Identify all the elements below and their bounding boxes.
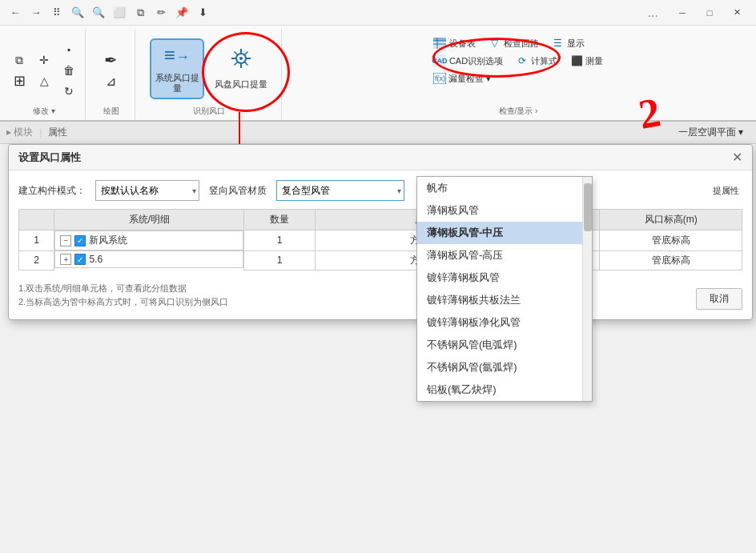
svg-line-8 bbox=[244, 52, 247, 55]
dropdown-item-镀锌薄钢板净化风管[interactable]: 镀锌薄钢板净化风管 bbox=[417, 311, 592, 334]
pin-button[interactable]: 📌 bbox=[173, 4, 191, 22]
floor-plan-tab[interactable]: 一层空调平面 ▾ bbox=[672, 124, 750, 141]
dialog-form-row: 建立构件模式： 按默认认名称 ▾ 竖向风管材质 复合型风管 ▾ 提属性 bbox=[18, 180, 742, 201]
dropdown-item-镀锌薄钢板共板法兰[interactable]: 镀锌薄钢板共板法兰 bbox=[417, 289, 592, 311]
svg-line-7 bbox=[244, 62, 247, 66]
prop-label: 提属性 bbox=[713, 185, 739, 197]
ident-vent-buttons: ≡→ 系统风口提量 bbox=[150, 32, 268, 106]
dropdown-item-帆布[interactable]: 帆布 bbox=[417, 177, 592, 199]
move-icon-btn[interactable]: ✛ bbox=[33, 50, 55, 70]
cad-opt-button[interactable]: CAD CAD识别选项 bbox=[430, 53, 506, 69]
check-loop-label: 计算式 bbox=[531, 55, 557, 67]
row2-expand[interactable]: + bbox=[60, 254, 71, 265]
fan-vent-button[interactable]: 风盘风口提量 bbox=[214, 38, 268, 99]
dropdown-item-铝板氧乙炔焊[interactable]: 铝板(氧乙炔焊) bbox=[417, 379, 592, 401]
modify-icons-col2: ✛ △ bbox=[33, 47, 55, 90]
table-row: 2 + ✓ 5.6 1 方形散流器 管底标高 bbox=[19, 250, 742, 270]
display-icon: ☰ bbox=[552, 37, 565, 50]
prop-button[interactable]: 提属性 bbox=[710, 183, 742, 198]
triangle-icon-btn[interactable]: △ bbox=[33, 71, 55, 90]
row1-sys[interactable]: − ✓ 新风系统 bbox=[54, 230, 243, 250]
dot-icon-btn[interactable]: · bbox=[58, 40, 80, 59]
modify-label: 修改 ▾ bbox=[33, 106, 55, 120]
row1-qty: 1 bbox=[244, 230, 316, 251]
row2-qty: 1 bbox=[244, 250, 316, 270]
equip-table-icon bbox=[433, 37, 446, 50]
col-height: 风口标高(m) bbox=[600, 210, 742, 230]
draw-icon2-btn[interactable]: ⊿ bbox=[100, 71, 123, 90]
check-loop-button[interactable]: ⟳ 计算式 bbox=[513, 53, 561, 69]
table-row: 1 − ✓ 新风系统 1 方形散流器 管底标高 bbox=[19, 230, 742, 251]
row1-expand[interactable]: − bbox=[60, 235, 71, 246]
sys-vent-label: 系统风口提量 bbox=[151, 73, 203, 94]
triangle-icon: △ bbox=[36, 73, 52, 89]
check-row1: 设备表 ▽ 检查回路 ☰ 显示 bbox=[430, 35, 606, 51]
refresh-icon-btn[interactable]: ↻ bbox=[58, 82, 80, 101]
svg-rect-11 bbox=[433, 38, 446, 41]
dropdown-item-薄钢板风管-高压[interactable]: 薄钢板风管-高压 bbox=[417, 244, 592, 266]
duct-select-container[interactable]: 复合型风管 ▾ bbox=[276, 180, 404, 201]
check-label: 检查/显示 › bbox=[499, 106, 538, 120]
cancel-button[interactable]: 取消 bbox=[696, 288, 742, 310]
dialog-body: 建立构件模式： 按默认认名称 ▾ 竖向风管材质 复合型风管 ▾ 提属性 bbox=[9, 170, 752, 319]
dropdown-item-不锈钢风管氩弧焊[interactable]: 不锈钢风管(氩弧焊) bbox=[417, 356, 592, 379]
copy-icon-btn[interactable]: ⧉ bbox=[8, 50, 30, 70]
row1-checkbox[interactable]: ✓ bbox=[74, 235, 86, 246]
drawing-icons: ✒ ⊿ bbox=[100, 47, 123, 90]
duct-label: 竖向风管材质 bbox=[209, 184, 267, 198]
mode-select-container: 按默认认名称 ▾ bbox=[95, 180, 199, 201]
check-row3: f(x) 漏量检查 ▾ bbox=[430, 70, 606, 86]
ribbon: 2 ⧉ ⊞ ✛ △ · bbox=[0, 26, 756, 122]
apps-button[interactable]: ⠿ bbox=[48, 4, 66, 22]
dropdown-item-不锈钢风管电弧焊[interactable]: 不锈钢风管(电弧焊) bbox=[417, 334, 592, 356]
download-button[interactable]: ⬇ bbox=[194, 4, 211, 22]
dialog-title: 设置风口属性 bbox=[18, 150, 81, 165]
ribbon-group-check: 设备表 ▽ 检查回路 ☰ 显示 CAD CAD识别选项 ⟳ 计算式 bbox=[284, 29, 753, 120]
pencil-button[interactable]: ✏ bbox=[152, 4, 170, 22]
leak-check-button[interactable]: ▽ 检查回路 bbox=[485, 35, 542, 51]
row2-checkbox[interactable]: ✓ bbox=[74, 254, 86, 265]
window-button[interactable]: ⬜ bbox=[111, 4, 128, 22]
back-button[interactable]: ← bbox=[6, 4, 24, 22]
delete-icon: 🗑 bbox=[61, 62, 77, 78]
drawing-label: 绘图 bbox=[103, 106, 119, 120]
nav-buttons: ← → ⠿ 🔍 🔍 ⬜ ⧉ ✏ 📌 ⬇ bbox=[6, 4, 211, 22]
draw-icon-btn[interactable]: ✒ bbox=[100, 50, 123, 70]
svg-point-1 bbox=[239, 57, 243, 60]
modify-icons-col3: · 🗑 ↻ bbox=[58, 37, 80, 101]
maximize-button[interactable]: □ bbox=[697, 4, 722, 22]
row2-sys[interactable]: + ✓ 5.6 bbox=[54, 250, 243, 268]
sys-vent-icon: ≡→ bbox=[164, 44, 190, 66]
duct-dropdown-popup: 帆布 薄钢板风管 薄钢板风管-中压 薄钢板风管-高压 镀锌薄钢板风管 镀锌薄钢板… bbox=[416, 176, 593, 402]
svg-text:f(x): f(x) bbox=[435, 74, 445, 82]
measure-icon: ⬛ bbox=[570, 54, 583, 67]
search-button[interactable]: 🔍 bbox=[69, 4, 86, 22]
close-button[interactable]: ✕ bbox=[724, 4, 750, 22]
calc-button[interactable]: f(x) 漏量检查 ▾ bbox=[430, 70, 494, 86]
zoom-out-button[interactable]: 🔍 bbox=[90, 4, 107, 22]
forward-button[interactable]: → bbox=[27, 4, 45, 22]
dropdown-item-镀锌薄钢板风管[interactable]: 镀锌薄钢板风管 bbox=[417, 266, 592, 289]
dropdown-item-薄钢板风管[interactable]: 薄钢板风管 bbox=[417, 199, 592, 222]
measure-button[interactable]: ⬛ 测量 bbox=[567, 53, 606, 69]
equip-table-button[interactable]: 设备表 bbox=[430, 35, 479, 51]
vent-table: 系统/明细 数量 风口类型 风口标高(m) 1 − ✓ 新风系统 1 bbox=[18, 209, 742, 270]
set-vent-dialog: 设置风口属性 ✕ 建立构件模式： 按默认认名称 ▾ 竖向风管材质 复合型风管 ▾ bbox=[8, 144, 753, 320]
module-label: ▸ 模块 bbox=[6, 126, 33, 139]
arr-icon-btn[interactable]: ⊞ bbox=[8, 71, 30, 90]
display-button[interactable]: ☰ 显示 bbox=[549, 35, 588, 51]
screen-button[interactable]: ⧉ bbox=[131, 4, 149, 22]
dropdown-item-薄钢板风管-中压[interactable]: 薄钢板风管-中压 bbox=[417, 222, 592, 244]
calc-label: 漏量检查 ▾ bbox=[448, 73, 491, 85]
sys-vent-button[interactable]: ≡→ 系统风口提量 bbox=[150, 38, 204, 99]
dropdown-scrollbar[interactable] bbox=[582, 177, 592, 401]
col-qty: 数量 bbox=[244, 210, 316, 230]
minimize-button[interactable]: ─ bbox=[670, 4, 695, 22]
modify-icons-col1: ⧉ ⊞ bbox=[8, 47, 30, 90]
dialog-close-button[interactable]: ✕ bbox=[732, 150, 742, 165]
copy-icon: ⧉ bbox=[11, 52, 27, 68]
duct-select-display[interactable]: 复合型风管 bbox=[276, 180, 404, 201]
mode-select[interactable]: 按默认认名称 bbox=[95, 180, 199, 201]
delete-icon-btn[interactable]: 🗑 bbox=[58, 61, 80, 80]
duct-select-value: 复合型风管 bbox=[282, 184, 330, 198]
